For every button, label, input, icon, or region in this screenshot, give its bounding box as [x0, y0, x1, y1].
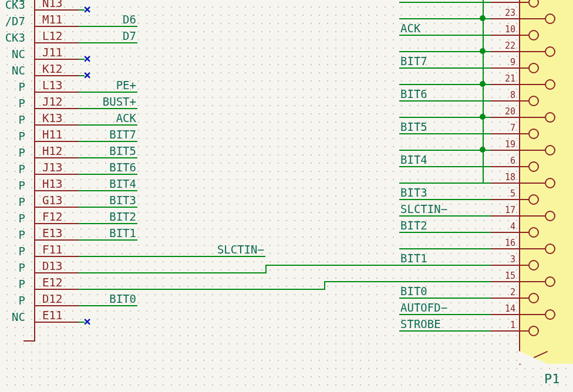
chip-pin-stub	[35, 305, 79, 306]
chip-pin-stub	[35, 157, 79, 158]
connector-pin-icon	[545, 145, 555, 156]
chip-pin-function: P	[0, 179, 25, 192]
connector-pin-icon	[528, 260, 539, 271]
connector-pin-stub-outer	[491, 84, 519, 85]
chip-pin-stub	[35, 174, 79, 175]
chip-pin-function: P	[0, 130, 25, 143]
chip-pin-function: P	[0, 228, 25, 241]
connector-pin-stub-inner	[519, 215, 545, 217]
net-label: BIT0	[109, 292, 136, 305]
connector-pin-stub-outer	[491, 298, 519, 299]
wire	[399, 215, 491, 217]
connector-pin-icon	[545, 46, 555, 57]
chip-pin-function: NC	[0, 64, 25, 77]
wire	[399, 265, 491, 266]
connector-pin-number: 8	[498, 90, 515, 100]
chip-pin-number: G13	[42, 194, 62, 207]
connector-pin-stub-outer	[491, 166, 519, 167]
connector-pin-number: 19	[498, 139, 515, 150]
chip-pin-function: /D7	[0, 15, 25, 28]
chip-pin-function: NC	[0, 48, 25, 60]
connector-pin-stub-inner	[519, 265, 528, 266]
net-label: BIT2	[109, 210, 136, 223]
junction-dot	[480, 147, 486, 153]
net-label: BIT4	[109, 177, 136, 190]
chip-pin-number: E11	[42, 309, 62, 322]
no-connect-icon: ×	[83, 314, 91, 329]
chip-pin-number: D13	[42, 259, 62, 272]
connector-pin-stub-outer	[491, 35, 519, 36]
wire	[399, 330, 491, 332]
connector-pin-icon	[545, 276, 555, 287]
connector-pin-stub-inner	[519, 35, 528, 36]
wire	[399, 84, 491, 85]
no-connect-icon: ×	[83, 51, 91, 66]
chip-pin-function: P	[0, 146, 25, 159]
connector-pin-stub-inner	[519, 117, 545, 118]
chip-pin-function: P	[0, 294, 25, 307]
connector-pin-number: 4	[498, 221, 515, 232]
wire	[79, 42, 137, 43]
wire	[399, 35, 491, 36]
wire	[399, 281, 491, 282]
net-label: PE+	[116, 79, 136, 92]
net-label: BUST+	[400, 0, 434, 2]
net-label: STROBE	[400, 317, 441, 330]
junction-dot	[480, 81, 486, 87]
net-label: BIT7	[109, 128, 136, 141]
chip-pin-stub	[35, 239, 79, 241]
chip-pin-stub	[35, 124, 79, 126]
wire	[79, 223, 137, 224]
chip-pin-number: E12	[42, 276, 62, 289]
connector-pin-icon	[528, 227, 539, 238]
chip-pin-stub	[35, 59, 79, 60]
wire-vertical	[483, 0, 484, 183]
connector-pin-stub-inner	[519, 18, 545, 19]
connector-pin-icon	[528, 30, 539, 40]
connector-pin-icon	[528, 63, 539, 73]
wire	[399, 314, 491, 315]
chip-pin-stub	[35, 9, 79, 11]
chip-pin-number: F11	[42, 243, 62, 256]
net-label: BIT6	[109, 161, 136, 174]
chip-pin-stub	[35, 223, 79, 224]
connector-pin-stub-inner	[519, 150, 545, 151]
connector-pin-icon	[545, 112, 555, 123]
chip-pin-number: J12	[42, 95, 62, 108]
connector-pin-number: 15	[498, 271, 515, 281]
wire	[79, 190, 137, 191]
wire	[399, 117, 491, 118]
chip-pin-number: K12	[42, 62, 62, 75]
connector-pin-number: 23	[498, 8, 515, 18]
connector-pin-number: 7	[498, 123, 515, 133]
connector-pin-icon	[545, 244, 555, 254]
net-label: ACK	[400, 22, 420, 35]
wire	[399, 67, 491, 69]
chip-pin-number: F12	[42, 210, 62, 223]
connector-pin-icon	[528, 96, 539, 106]
chip-pin-function: P	[0, 261, 25, 274]
connector-pin-stub-outer	[491, 314, 519, 315]
chip-pin-function: P	[0, 113, 25, 126]
connector-pin-stub-inner	[519, 314, 545, 315]
chip-pin-stub	[35, 42, 79, 43]
chip-pin-stub	[35, 289, 79, 290]
chip-pin-stub	[35, 141, 79, 142]
wire	[79, 256, 265, 257]
wire	[399, 100, 491, 102]
chip-pin-function: P	[0, 97, 25, 110]
wire	[399, 2, 491, 3]
net-label: BIT3	[109, 194, 136, 207]
net-label: SLCTIN−	[217, 243, 264, 256]
wire	[79, 26, 137, 27]
connector-pin-icon	[545, 79, 555, 90]
wire	[79, 108, 137, 109]
wire	[399, 51, 491, 52]
wire	[79, 141, 137, 142]
wire	[399, 183, 491, 184]
left-chip-bottom-edge	[23, 340, 35, 342]
wire	[79, 92, 137, 93]
connector-pin-stub-outer	[491, 330, 519, 332]
net-label: BIT3	[400, 186, 427, 199]
chip-pin-stub	[35, 207, 79, 208]
